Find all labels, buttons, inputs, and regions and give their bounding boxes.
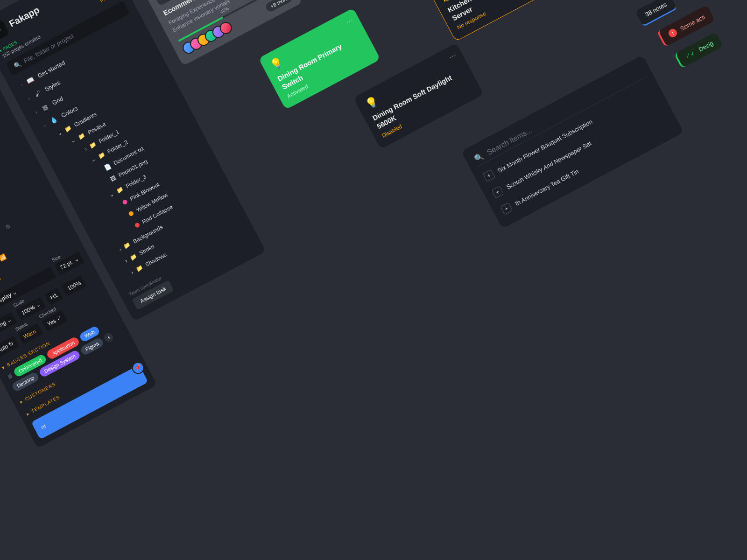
app-name: Fakapp <box>7 4 42 29</box>
folder-icon: 📁 <box>63 124 73 133</box>
search-items-panel: 🔍 Search items... +Six Month Flower Bouq… <box>461 55 684 229</box>
grid-icon: ▦ <box>39 103 50 113</box>
image-icon: 🖼 <box>109 175 117 183</box>
chevron-down-icon: ⌄ <box>42 122 47 128</box>
dropper-icon: 💧 <box>49 115 59 126</box>
chevron-down-icon: ⌄ <box>108 190 115 198</box>
book-icon: 📖 <box>25 75 35 85</box>
chevron-down-icon: ⌄ <box>70 137 77 145</box>
folder-icon: 📁 <box>88 140 98 149</box>
device-card-kitchen-battery[interactable]: △ 🔔 Kitchen Electricity Battery Server N… <box>428 0 559 42</box>
notes-count-tab[interactable]: 38 notes <box>635 0 677 27</box>
chevron-right-icon: › <box>118 246 122 252</box>
pin-icon[interactable]: 📌 <box>130 360 146 376</box>
chevron-down-icon: ⌄ <box>89 156 96 164</box>
double-check-icon: ✓✓ <box>684 49 697 60</box>
folder-icon: 📁 <box>128 252 138 261</box>
gear-icon[interactable]: ⚙ <box>0 219 15 235</box>
add-icon[interactable]: + <box>483 169 495 182</box>
chevron-right-icon: › <box>130 269 134 275</box>
pinned-note-text: nt <box>40 423 47 431</box>
assign-task-button[interactable]: Assign task <box>132 280 174 310</box>
search-icon: 🔍 <box>473 151 486 163</box>
folder-icon: 📁 <box>135 264 144 273</box>
file-icon: 📄 <box>103 162 112 171</box>
display-icon: 🖥 <box>6 372 14 381</box>
chevron-right-icon: › <box>83 146 88 152</box>
chevron-right-icon: › <box>34 110 38 115</box>
folder-icon: 📁 <box>122 241 132 250</box>
chevron-right-icon: › <box>124 258 128 264</box>
color-swatch-pink <box>122 199 128 205</box>
search-icon: 🔍 <box>13 60 22 70</box>
brush-icon: 🖌 <box>32 89 43 99</box>
add-icon[interactable]: + <box>492 186 504 198</box>
error-icon: ! <box>667 28 678 39</box>
add-icon[interactable]: + <box>500 202 513 215</box>
chevron-right-icon: › <box>27 96 31 101</box>
chevron-right-icon: › <box>20 82 23 87</box>
manage-link[interactable]: Manage <box>99 0 120 3</box>
color-swatch-yellow <box>128 210 134 217</box>
more-button[interactable]: +8 more <box>264 0 294 13</box>
app-logo[interactable]: F <box>0 19 10 42</box>
folder-icon: 📁 <box>77 132 86 140</box>
folder-icon: 📁 <box>115 185 125 194</box>
wifi-icon: 📶 <box>0 249 11 266</box>
mobile-icon[interactable]: 📱 <box>0 226 2 243</box>
color-swatch-red <box>134 222 141 229</box>
folder-icon: 📁 <box>97 151 106 160</box>
add-badge-button[interactable]: + <box>103 331 115 343</box>
chevron-down-icon: ⌄ <box>56 129 63 137</box>
